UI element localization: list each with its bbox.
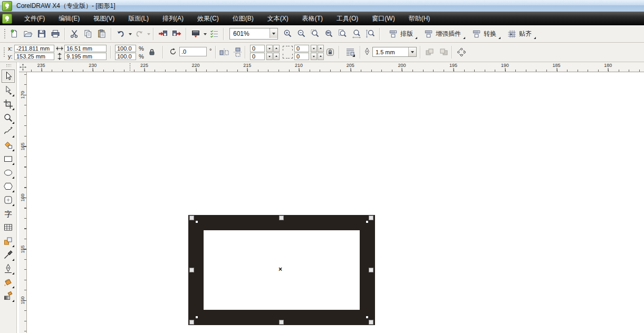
corner-radius-tl-field[interactable]: 0 [250,45,265,52]
object-height-field[interactable]: 9.195 mm [64,53,107,60]
menu-edit[interactable]: 编辑(E) [52,12,86,25]
zoom-out-icon[interactable] [295,27,308,40]
rotation-angle-field[interactable]: .0 [179,47,207,56]
toolbox-grip[interactable] [6,64,11,67]
zoom-tool-icon[interactable] [2,111,15,124]
application-launcher-icon[interactable] [189,27,202,40]
title-bar[interactable]: CorelDRAW X4（专业版）- [图形1] [0,0,644,12]
export-icon[interactable] [170,27,183,40]
menu-layout[interactable]: 版面(L) [121,12,156,25]
menu-view[interactable]: 视图(V) [86,12,121,25]
spin-down-icon[interactable] [311,45,317,52]
zoom-in-icon[interactable] [282,27,294,40]
toolbar-grip[interactable] [3,28,6,40]
save-icon[interactable] [35,27,48,40]
launcher-dropdown-icon[interactable] [203,27,207,40]
spinner[interactable] [266,53,280,60]
rectangle-corner-node[interactable] [195,316,198,319]
undo-icon[interactable] [114,27,127,40]
welcome-screen-icon[interactable] [208,27,220,40]
selection-handle[interactable] [279,216,284,220]
spin-up-icon[interactable] [273,53,280,60]
freehand-tool-icon[interactable] [2,125,15,138]
menu-text[interactable]: 文本(X) [261,12,295,25]
import-icon[interactable] [157,27,169,40]
menu-window[interactable]: 窗口(W) [365,12,401,25]
spin-down-icon[interactable] [266,45,273,52]
menu-bitmaps[interactable]: 位图(B) [226,12,261,25]
ruler-origin-icon[interactable] [19,62,27,72]
zoom-to-selection-icon[interactable] [309,27,322,40]
redo-dropdown-icon[interactable] [146,27,151,40]
rectangle-corner-node[interactable] [366,316,369,319]
to-back-of-layer-icon[interactable] [438,46,450,58]
chevron-down-icon[interactable] [408,47,416,56]
docker-button-plugins[interactable]: 增强插件 [421,28,466,40]
undo-dropdown-icon[interactable] [128,27,132,40]
zoom-to-all-objects-icon[interactable] [323,27,335,40]
selection-handle[interactable] [279,320,284,325]
table-tool-icon[interactable] [2,221,15,234]
print-icon[interactable] [49,27,62,40]
y-position-field[interactable]: 153.25 mm [14,53,54,60]
selection-handle[interactable] [189,320,194,325]
redo-icon[interactable] [133,27,146,40]
shape-tool-icon[interactable] [2,84,15,97]
fill-tool-icon[interactable] [2,276,15,289]
polygon-tool-icon[interactable] [2,180,15,193]
selection-handle[interactable] [369,320,373,325]
x-position-field[interactable]: -211.811 mm [14,45,54,52]
corner-radius-bl-field[interactable]: 0 [250,53,265,60]
spin-up-icon[interactable] [318,53,324,60]
docker-button-snap[interactable]: 贴齐 [505,28,536,40]
lock-ratio-icon[interactable] [148,48,156,56]
chevron-down-icon[interactable] [270,28,277,38]
outline-pen-tool-icon[interactable] [2,262,15,275]
menu-arrange[interactable]: 排列(A) [156,12,190,25]
interactive-fill-tool-icon[interactable] [2,289,15,302]
zoom-level-combo[interactable]: 601% [229,28,278,40]
eyedropper-tool-icon[interactable] [2,248,15,261]
selection-handle[interactable] [189,216,194,220]
scale-horizontal-field[interactable]: 100.0 [115,45,136,52]
to-front-of-layer-icon[interactable] [424,46,436,58]
zoom-to-page-icon[interactable] [337,27,349,40]
paste-icon[interactable] [95,27,108,40]
round-corners-together-icon[interactable] [325,47,335,57]
copy-icon[interactable] [82,27,94,40]
menu-tools[interactable]: 工具(O) [330,12,365,25]
cut-scissors-icon[interactable] [68,27,81,40]
spin-down-icon[interactable] [266,53,273,60]
scale-vertical-field[interactable]: 100.0 [115,53,136,60]
selection-handle[interactable] [369,268,373,272]
ellipse-tool-icon[interactable] [2,166,15,179]
menu-effects[interactable]: 效果(C) [190,12,226,25]
zoom-to-page-height-icon[interactable] [364,27,377,40]
spin-down-icon[interactable] [311,53,317,60]
drawing-canvas[interactable]: × [27,72,644,333]
spin-up-icon[interactable] [273,45,280,52]
docker-button-convert[interactable]: 转换 [469,28,501,40]
spinner[interactable] [310,53,324,60]
outline-width-combo[interactable]: 1.5 mm [372,47,417,57]
new-document-icon[interactable] [8,27,21,40]
corner-radius-tr-field[interactable]: 0 [294,45,309,52]
pick-tool-icon[interactable] [2,70,15,83]
corner-radius-br-field[interactable]: 0 [294,53,309,60]
menu-help[interactable]: 帮助(H) [402,12,437,25]
interactive-blend-tool-icon[interactable] [2,234,15,248]
selection-handle[interactable] [189,268,194,272]
text-tool-icon[interactable]: 字 [2,207,15,220]
horizontal-ruler[interactable]: 235230225220215210205200195190185180 [27,62,644,72]
spinner[interactable] [310,45,324,52]
smart-fill-tool-icon[interactable] [2,139,15,152]
rectangle-tool-icon[interactable] [2,152,15,165]
spinner[interactable] [266,45,280,52]
spin-up-icon[interactable] [318,45,324,52]
rectangle-corner-node[interactable] [366,220,369,223]
crop-tool-icon[interactable] [2,97,15,111]
wrap-paragraph-text-icon[interactable] [344,46,357,58]
object-width-field[interactable]: 16.51 mm [64,45,107,52]
selection-handle[interactable] [369,216,373,220]
convert-to-curves-icon[interactable] [456,46,467,58]
